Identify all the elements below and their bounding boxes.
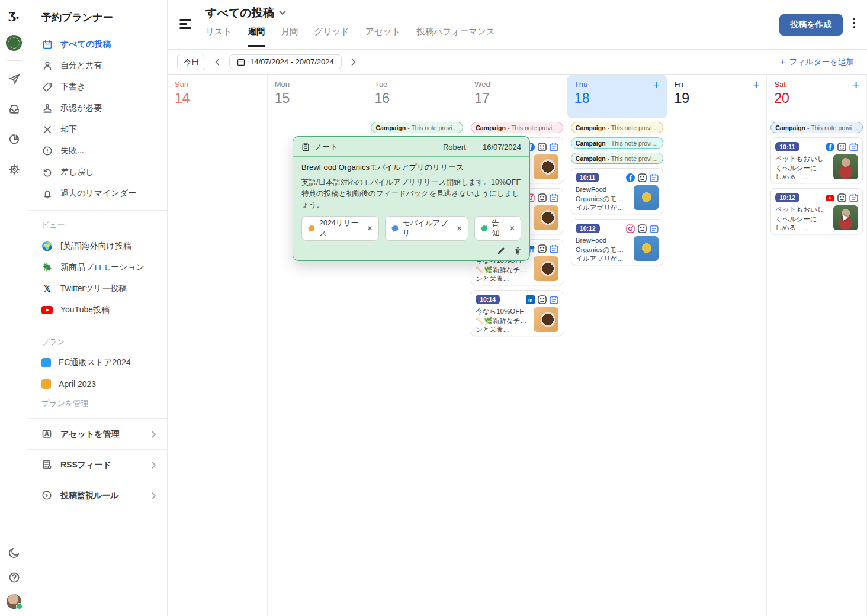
post-card[interactable]: 10:11BrewFood Organicsのモバイルアプリが... [571, 168, 663, 214]
day-number: 14 [175, 91, 260, 107]
post-card[interactable]: 10:11ペットもおいしくヘルシーに楽しめる、... [770, 137, 863, 183]
page-title: すべての投稿 [205, 5, 274, 21]
create-post-button[interactable]: 投稿を作成 [779, 14, 842, 36]
more-options-icon[interactable] [851, 14, 858, 32]
tab-リスト[interactable]: リスト [205, 26, 232, 47]
hamburger-menu-icon[interactable] [179, 19, 192, 49]
add-filter-button[interactable]: + フィルターを追加 [780, 57, 854, 67]
tab-週間[interactable]: 週間 [248, 26, 265, 47]
gear-icon[interactable] [6, 161, 23, 178]
day-body: Campaign - This note provides...Campaign… [567, 118, 667, 616]
add-post-icon[interactable]: + [853, 79, 859, 91]
tool-label: 投稿監視ルール [60, 491, 119, 501]
rail-icons [6, 70, 23, 191]
user-avatar[interactable] [7, 594, 21, 609]
post-card[interactable]: 10:14in今なら10%OFF🦴🌿新鮮なチキンと栄養... [471, 290, 563, 336]
inbox-icon[interactable] [6, 101, 23, 117]
day-name: Wed [474, 80, 560, 89]
add-post-icon[interactable]: + [653, 79, 659, 91]
tab-グリッド[interactable]: グリッド [314, 26, 349, 47]
note-tag[interactable]: 2024リリース✕ [301, 216, 379, 241]
sidebar-item-drafts[interactable]: 下書き [37, 76, 159, 98]
chevron-right-icon [151, 461, 156, 469]
campaign-note-chip[interactable]: Campaign - This note provides... [770, 122, 863, 133]
campaign-note-chip[interactable]: Campaign - This note provides... [571, 137, 663, 149]
next-week-icon[interactable] [348, 57, 359, 67]
remove-tag-icon[interactable]: ✕ [509, 224, 515, 233]
sidebar-views-section: ビュー 🌍[英語]海外向け投稿🪲新商品プロモーション𝕏Twitterツリー投稿Y… [28, 210, 167, 327]
sidebar-item-past-reminders[interactable]: 過去のリマインダー [37, 183, 159, 204]
day-name: Fri [675, 80, 760, 89]
prev-week-icon[interactable] [211, 57, 223, 67]
plan-item-ec-store[interactable]: EC通販ストア2024 [37, 352, 159, 373]
x-logo: 𝕏 [41, 283, 53, 295]
post-card[interactable]: 10:12BrewFood Organicsのモバイルアプリが... [571, 219, 663, 265]
sidebar-item-label: 承認が必要 [60, 103, 102, 114]
campaign-note-chip[interactable]: Campaign - This note provides... [471, 122, 563, 133]
add-post-icon[interactable]: + [753, 79, 759, 91]
sidebar-item-all-posts[interactable]: すべての投稿 [37, 34, 159, 55]
help-icon[interactable] [6, 569, 23, 586]
campaign-chip-text: - This note provides... [508, 124, 558, 131]
post-card[interactable]: 10:12ペットもおいしくヘルシーに楽しめる、... [770, 188, 863, 234]
bell-icon [41, 188, 53, 199]
sidebar-tool-rss-feed[interactable]: RSSフィード [28, 449, 167, 480]
post-time: 10:14 [476, 295, 500, 304]
app-logo[interactable]: ʒ. [8, 7, 20, 22]
view-item-overseas[interactable]: 🌍[英語]海外向け投稿 [37, 236, 159, 257]
note-tag[interactable]: 告知✕ [474, 216, 521, 241]
sidebar-tool-manage-assets[interactable]: アセットを管理 [28, 418, 167, 449]
campaign-note-chip[interactable]: Campaign - This note provides... [571, 153, 663, 164]
edit-note-icon[interactable] [497, 247, 505, 255]
person-icon [41, 60, 53, 72]
sidebar-item-needs-approval[interactable]: 承認が必要 [37, 98, 159, 119]
note-popup[interactable]: ノート Robert 16/07/2024 BrewFood Organicsモ… [293, 136, 530, 261]
view-item-twitter-thread[interactable]: 𝕏Twitterツリー投稿 [37, 278, 159, 299]
main-area: すべての投稿 リスト週間月間グリッドアセット投稿パフォーマンス 投稿を作成 今日… [168, 0, 867, 616]
day-column-sat: Sat20+Campaign - This note provides...10… [767, 75, 867, 616]
sidebar-item-returned[interactable]: 差し戻し [37, 162, 159, 183]
campaign-chip-text: - This note provides... [608, 140, 659, 147]
manage-plans-link[interactable]: プランを管理 [37, 395, 159, 412]
view-item-label: 新商品プロモーション [60, 262, 144, 273]
svg-text:in: in [528, 297, 532, 302]
sidebar-item-label: 自分と共有 [60, 60, 102, 71]
sidebar-item-rejected[interactable]: 却下 [37, 119, 159, 140]
view-item-new-product[interactable]: 🪲新商品プロモーション [37, 257, 159, 278]
plan-item-april-2023[interactable]: April 2023 [37, 373, 159, 395]
tag-label: 2024リリース [319, 218, 363, 238]
note-body: 英語/日本語対応のモバイルアプリリリース開始します。10%OFF特典の投稿と初動… [301, 177, 521, 210]
note-tag[interactable]: モバイルアプリ✕ [385, 216, 468, 241]
delete-note-icon[interactable] [514, 247, 522, 255]
view-item-youtube[interactable]: YouTube投稿 [37, 299, 159, 321]
chevron-right-icon [151, 430, 156, 438]
send-icon[interactable] [6, 70, 23, 87]
campaign-note-chip[interactable]: Campaign - This note provides... [371, 122, 463, 133]
sidebar-item-label: 下書き [60, 82, 85, 92]
campaign-note-chip[interactable]: Campaign - This note provides... [571, 122, 663, 133]
date-range-picker[interactable]: 14/07/2024 - 20/07/2024 [229, 54, 342, 69]
pie-icon[interactable] [6, 131, 23, 147]
day-name: Thu [574, 80, 660, 89]
remove-tag-icon[interactable]: ✕ [457, 224, 463, 233]
workspace-avatar[interactable] [6, 35, 22, 51]
sidebar-item-failed[interactable]: 失敗... [37, 140, 159, 162]
views-section-label: ビュー [37, 218, 159, 236]
tab-投稿パフォーマンス[interactable]: 投稿パフォーマンス [416, 26, 495, 47]
tab-アセット[interactable]: アセット [365, 26, 400, 47]
plan-color-swatch [41, 358, 51, 367]
post-thumbnail [534, 205, 558, 230]
sidebar-tool-monitor-rules[interactable]: 投稿監視ルール [28, 480, 167, 511]
remove-tag-icon[interactable]: ✕ [367, 224, 373, 233]
scheduled-icon [650, 173, 659, 182]
day-header-sat: Sat20+ [767, 75, 866, 118]
moon-icon[interactable] [6, 544, 23, 561]
plan-color-swatch [41, 379, 51, 389]
day-name: Mon [275, 80, 360, 89]
sidebar-item-shared[interactable]: 自分と共有 [37, 55, 159, 76]
view-switcher[interactable]: すべての投稿 [205, 5, 495, 21]
day-name: Sun [175, 80, 260, 89]
scheduled-icon [550, 193, 558, 202]
today-button[interactable]: 今日 [177, 54, 205, 70]
tab-月間[interactable]: 月間 [281, 26, 298, 47]
